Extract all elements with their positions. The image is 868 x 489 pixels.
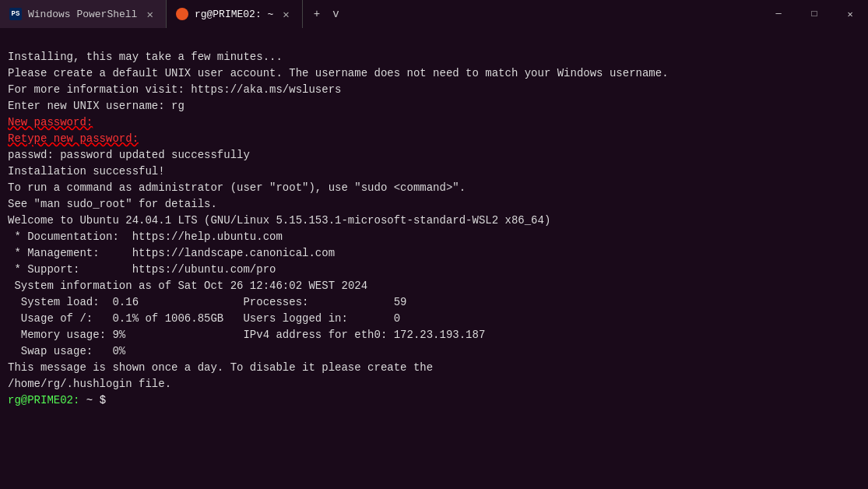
tab-powershell[interactable]: PS Windows PowerShell ✕	[0, 0, 167, 28]
terminal-line: Usage of /: 0.1% of 1006.85GB Users logg…	[8, 311, 860, 327]
terminal-line: * Management: https://landscape.canonica…	[8, 245, 860, 262]
terminal-line: passwd: password updated successfully	[8, 147, 860, 164]
terminal-line: /home/rg/.hushlogin file.	[8, 376, 860, 392]
titlebar-actions: + v	[303, 0, 350, 28]
maximize-button[interactable]: □	[796, 0, 832, 28]
minimize-button[interactable]: —	[761, 0, 796, 28]
terminal-line: * Support: https://ubuntu.com/pro	[8, 262, 860, 278]
terminal-line: See "man sudo_root" for details.	[8, 196, 860, 213]
terminal-line: * Documentation: https://help.ubuntu.com	[8, 229, 860, 245]
terminal-line: System load: 0.16 Processes: 59	[8, 294, 860, 311]
dropdown-button[interactable]: v	[328, 5, 343, 23]
terminal-line: Enter new UNIX username: rg	[8, 98, 860, 114]
prompt-user: rg@PRIME02:	[8, 394, 79, 406]
terminal-line: New password:	[8, 114, 860, 131]
terminal-line: Please create a default UNIX user accoun…	[8, 65, 860, 82]
prompt-line: rg@PRIME02: ~ $	[8, 392, 860, 409]
tab-powershell-label: Windows PowerShell	[28, 9, 137, 20]
prompt-symbol: ~	[79, 394, 99, 406]
tab-powershell-close[interactable]: ✕	[143, 6, 156, 23]
titlebar-spacer	[350, 0, 761, 28]
titlebar: PS Windows PowerShell ✕ rg@PRIME02: ~ ✕ …	[0, 0, 868, 28]
terminal-line: Installing, this may take a few minutes.…	[8, 49, 860, 65]
highlighted-text: New password:	[8, 116, 93, 128]
terminal-line: For more information visit: https://aka.…	[8, 82, 860, 98]
terminal-line: Welcome to Ubuntu 24.04.1 LTS (GNU/Linux…	[8, 213, 860, 229]
tab-ubuntu-close[interactable]: ✕	[279, 6, 292, 23]
new-tab-button[interactable]: +	[309, 5, 325, 23]
terminal-line: Swap usage: 0%	[8, 343, 860, 360]
terminal-line: To run a command as administrator (user …	[8, 180, 860, 196]
powershell-icon: PS	[9, 8, 22, 20]
prompt-cursor: $	[100, 394, 113, 406]
terminal-line: Retype new password:	[8, 131, 860, 147]
close-button[interactable]: ✕	[832, 0, 868, 28]
highlighted-text: Retype new password:	[8, 132, 139, 145]
window-controls: — □ ✕	[761, 0, 868, 28]
terminal-body[interactable]: Installing, this may take a few minutes.…	[0, 28, 868, 489]
terminal-line: This message is shown once a day. To dis…	[8, 360, 860, 376]
terminal-line: System information as of Sat Oct 26 12:4…	[8, 278, 860, 294]
tab-ubuntu-label: rg@PRIME02: ~	[195, 9, 273, 20]
terminal-line: Memory usage: 9% IPv4 address for eth0: …	[8, 327, 860, 343]
terminal-line: Installation successful!	[8, 164, 860, 180]
ubuntu-icon	[176, 8, 188, 20]
tab-ubuntu[interactable]: rg@PRIME02: ~ ✕	[167, 0, 303, 28]
